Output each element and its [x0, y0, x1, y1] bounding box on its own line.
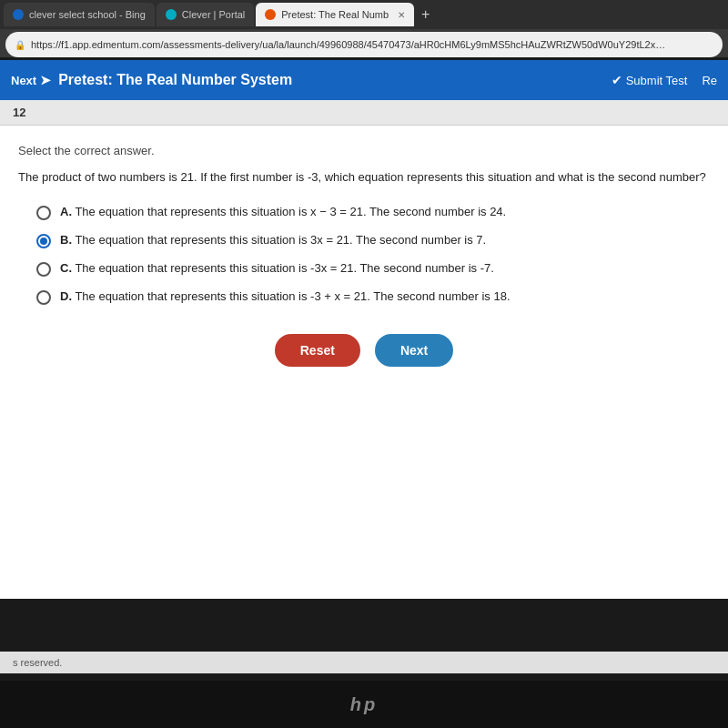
header-next-label: Next — [11, 74, 36, 87]
option-b[interactable]: B. The equation that represents this sit… — [36, 233, 710, 248]
action-buttons: Reset Next — [18, 334, 710, 385]
instruction-text: Select the correct answer. — [18, 144, 710, 157]
option-d-label: D. The equation that represents this sit… — [60, 289, 511, 303]
tab-close-icon[interactable]: ✕ — [398, 10, 405, 20]
tab-clever-label: Clever | Portal — [182, 9, 246, 20]
submit-checkmark-icon: ✔ — [612, 73, 622, 87]
pretest-tab-icon — [265, 9, 276, 20]
page-title: Pretest: The Real Number System — [58, 72, 604, 88]
radio-d[interactable] — [36, 290, 51, 305]
next-button[interactable]: Next — [375, 334, 453, 367]
tab-pretest-label: Pretest: The Real Numb — [281, 9, 389, 20]
app-header: Next ➤ Pretest: The Real Number System ✔… — [0, 60, 728, 100]
answer-options: A. The equation that represents this sit… — [36, 205, 710, 305]
question-text: The product of two numbers is 21. If the… — [18, 168, 710, 187]
hp-logo: hp — [350, 694, 378, 715]
empty-space — [0, 508, 728, 599]
review-label: Re — [702, 74, 717, 87]
new-tab-button[interactable]: + — [416, 6, 435, 23]
browser-chrome: clever select school - Bing Clever | Por… — [0, 0, 728, 57]
lock-icon: 🔒 — [15, 40, 25, 50]
option-c[interactable]: C. The equation that represents this sit… — [36, 261, 710, 277]
tab-clever[interactable]: Clever | Portal — [157, 3, 255, 26]
option-c-label: C. The equation that represents this sit… — [60, 261, 494, 275]
bing-tab-icon — [13, 9, 24, 20]
option-b-label: B. The equation that represents this sit… — [60, 233, 486, 247]
main-content: Select the correct answer. The product o… — [0, 126, 728, 508]
tab-bing-label: clever select school - Bing — [29, 9, 146, 20]
tab-pretest[interactable]: Pretest: The Real Numb ✕ — [256, 3, 414, 26]
tab-bing[interactable]: clever select school - Bing — [4, 3, 155, 26]
clever-tab-icon — [166, 9, 177, 20]
address-bar[interactable]: 🔒 https://f1.app.edmentum.com/assessment… — [5, 32, 723, 57]
reserved-text: s reserved. — [13, 657, 62, 668]
question-number-bar: 12 — [0, 100, 728, 126]
radio-a[interactable] — [36, 206, 51, 220]
address-text: https://f1.app.edmentum.com/assessments-… — [31, 39, 668, 50]
radio-c[interactable] — [36, 262, 51, 277]
footer-reserved: s reserved. — [0, 652, 728, 673]
radio-b-selected — [40, 238, 47, 245]
submit-test-button[interactable]: ✔ Submit Test — [612, 73, 688, 87]
reset-button[interactable]: Reset — [275, 334, 360, 367]
question-number: 12 — [13, 106, 25, 119]
submit-test-label: Submit Test — [626, 74, 688, 87]
header-next-button[interactable]: Next ➤ — [11, 73, 51, 87]
radio-b[interactable] — [36, 234, 51, 248]
tab-bar: clever select school - Bing Clever | Por… — [0, 0, 728, 29]
header-next-arrow-icon: ➤ — [40, 73, 51, 87]
option-a-label: A. The equation that represents this sit… — [60, 205, 506, 218]
hp-logo-area: hp — [0, 681, 728, 728]
option-d[interactable]: D. The equation that represents this sit… — [36, 289, 710, 305]
option-a[interactable]: A. The equation that represents this sit… — [36, 205, 710, 220]
